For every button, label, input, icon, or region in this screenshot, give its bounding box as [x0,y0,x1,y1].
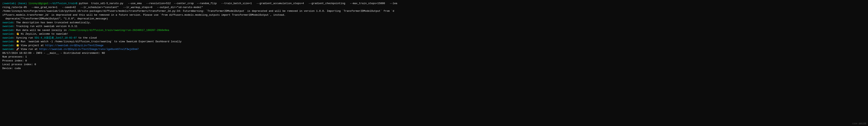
terminal-text: deprecate("Transformer2DModelOutput", "1… [2,17,108,20]
terminal-text: :~/diffusion_train$ [48,2,79,5]
terminal-line: deprecate("Transformer2DModelOutput", "1… [2,17,866,21]
terminal-text: swanlab [2,40,13,43]
terminal-text: python train_sd1-5_naruto.py --use_ema -… [79,2,397,5]
terminal-text: swanlab watch -l /home/linzeyi/diffusion… [28,40,111,43]
terminal-window: (swanlab) (base) linzeyi@giga1:~/diffusi… [2,2,866,70]
terminal-text: : The description has been truncated aut… [13,21,91,24]
terminal-line: swanlab: 🚀 View run at https://swanlab.c… [2,47,866,51]
terminal-text: 06/17/2024 18:02:09 – INFO – __main__ – … [2,52,105,54]
terminal-line: (swanlab) (base) linzeyi@giga1:~/diffusi… [2,2,866,5]
terminal-line: rning_rate=1e-05 --max_grad_norm=1 --see… [2,5,866,9]
terminal-text: https://swanlab.cn/@ZeyiLin/Text2Image/r… [39,48,139,51]
terminal-text: swanlab [2,21,13,24]
terminal-text: ` to view SwanLab Experiment Dashboard l… [111,40,182,43]
terminal-line: iffusers.models.transformer_2d` is depre… [2,13,866,17]
terminal-line: swanlab: Syncing run SD1-4_火影忍者_Jun17_18… [2,36,866,40]
terminal-text: : 👋 Hi [13,33,26,35]
terminal-text: swanlab [2,33,13,35]
terminal-text: swanlab [2,44,13,47]
terminal-line: 06/17/2024 18:02:09 – INFO – __main__ – … [2,51,866,55]
terminal-text: https://swanlab.cn/@ZeyiLin/Text2Image [45,44,103,47]
terminal-line: swanlab: The description has been trunca… [2,21,866,25]
terminal-text: : 🌟 View project at [13,44,45,47]
terminal-text: : Syncing run [13,36,34,39]
terminal-text: /home/linzeyi/diffusion_train/swanlog/ru… [68,29,169,32]
watermark: CSDN @林志毅 [852,122,866,125]
terminal-text: /home/linzeyi/miniforge/envs/swanlab/lib… [2,10,394,12]
terminal-text: : 🚀 View run at [13,48,39,51]
terminal-text: SD1-4_火影忍者_Jun17_18-02-07 [34,36,77,39]
terminal-text: swanlab [2,25,13,28]
terminal-line: /home/linzeyi/miniforge/envs/swanlab/lib… [2,9,866,13]
terminal-text: Num processes: 1 [2,55,27,58]
terminal-line: swanlab: 🌟 View project at https://swanl… [2,44,866,47]
terminal-text: swanlab [2,48,13,51]
terminal-text: iffusers.models.transformer_2d` is depre… [2,13,285,16]
terminal-text: , welcome to swanlab! [36,33,68,35]
terminal-text: rning_rate=1e-05 --max_grad_norm=1 --see… [2,6,203,9]
terminal-line: swanlab: ⭐ Run `swanlab watch -l /home/l… [2,40,866,44]
terminal-line: swanlab: Tracking run with swanlab versi… [2,25,866,28]
terminal-text: Process index: 0 [2,59,27,62]
terminal-text: Device: cuda [2,67,21,70]
terminal-text: swanlab [2,29,13,32]
terminal-text: linzeyi@giga1 [28,2,48,5]
terminal-line: Local process index: 0 [2,62,866,67]
terminal-text: : ⭐ Run ` [13,40,28,43]
terminal-text: swanlab [2,36,13,39]
terminal-line: Process index: 0 [2,59,866,63]
terminal-line: Device: cuda [2,67,866,71]
terminal-line: swanlab: 👋 Hi ZeyiLin, welcome to swanla… [2,32,866,36]
terminal-text: Local process index: 0 [2,63,36,66]
terminal-text: ZeyiLin [25,33,36,35]
terminal-text: to the cloud [77,36,97,39]
terminal-text: : Run data will be saved locally in [13,29,68,32]
terminal-line: swanlab: Run data will be saved locally … [2,28,866,32]
terminal-text: : Tracking run with swanlab version 0.3.… [13,25,78,28]
terminal-text: (swanlab) (base) [2,2,28,5]
terminal-line: Num processes: 1 [2,55,866,59]
